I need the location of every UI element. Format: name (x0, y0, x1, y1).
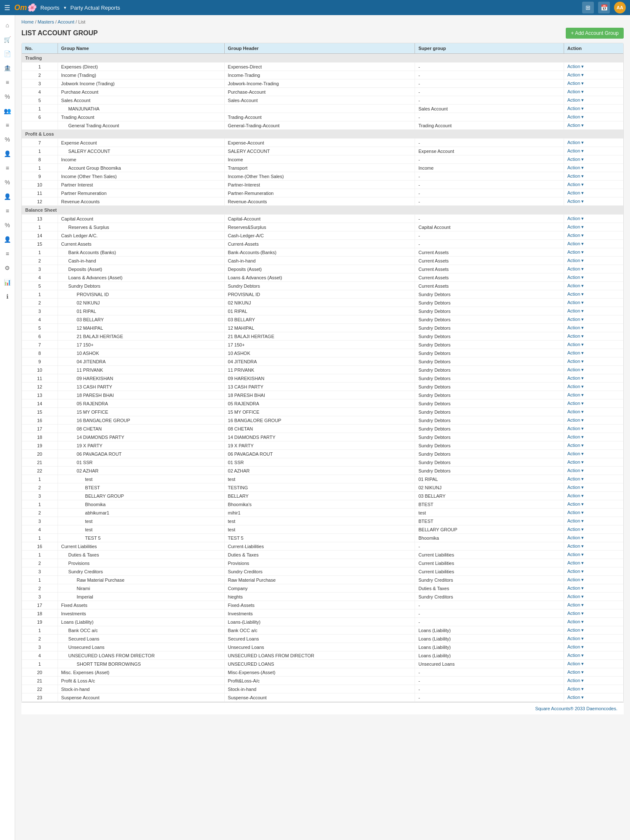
grid-icon-btn[interactable]: ⊞ (582, 2, 594, 13)
action-link[interactable]: Action ▾ (567, 501, 584, 507)
action-link[interactable]: Action ▾ (567, 224, 584, 229)
action-link[interactable]: Action ▾ (567, 283, 584, 288)
action-link[interactable]: Action ▾ (567, 468, 584, 473)
action-link[interactable]: Action ▾ (567, 636, 584, 641)
breadcrumb-account[interactable]: Account (58, 19, 74, 24)
action-link[interactable]: Action ▾ (567, 165, 584, 170)
action-link[interactable]: Action ▾ (567, 72, 584, 77)
action-link[interactable]: Action ▾ (567, 148, 584, 153)
sidebar-item-percent1[interactable]: % (1, 90, 14, 103)
action-link[interactable]: Action ▾ (567, 602, 584, 607)
action-link[interactable]: Action ▾ (567, 182, 584, 187)
sidebar-item-bank[interactable]: 🏦 (1, 62, 14, 74)
sidebar-item-person3[interactable]: 👤 (1, 233, 14, 246)
sidebar-item-percent2[interactable]: % (1, 133, 14, 146)
action-link[interactable]: Action ▾ (567, 560, 584, 565)
action-link[interactable]: Action ▾ (567, 594, 584, 599)
action-link[interactable]: Action ▾ (567, 249, 584, 255)
action-link[interactable]: Action ▾ (567, 258, 584, 263)
action-link[interactable]: Action ▾ (567, 611, 584, 616)
sidebar-item-settings[interactable]: ⚙ (1, 262, 14, 274)
sidebar-item-percent4[interactable]: % (1, 219, 14, 231)
action-link[interactable]: Action ▾ (567, 535, 584, 540)
action-link[interactable]: Action ▾ (567, 392, 584, 397)
action-link[interactable]: Action ▾ (567, 426, 584, 431)
sidebar-item-home[interactable]: ⌂ (1, 19, 14, 32)
action-link[interactable]: Action ▾ (567, 619, 584, 624)
action-link[interactable]: Action ▾ (567, 81, 584, 86)
action-link[interactable]: Action ▾ (567, 216, 584, 221)
breadcrumb-home[interactable]: Home (21, 19, 34, 24)
sidebar-item-chart[interactable]: 📊 (1, 276, 14, 289)
action-link[interactable]: Action ▾ (567, 199, 584, 204)
action-link[interactable]: Action ▾ (567, 359, 584, 364)
sidebar-item-cart[interactable]: 🛒 (1, 33, 14, 46)
breadcrumb-masters[interactable]: Masters (38, 19, 54, 24)
sidebar-item-info[interactable]: ℹ (1, 290, 14, 303)
action-link[interactable]: Action ▾ (567, 543, 584, 549)
sidebar-item-percent3[interactable]: % (1, 176, 14, 189)
sidebar-item-list2[interactable]: ≡ (1, 162, 14, 174)
action-link[interactable]: Action ▾ (567, 241, 584, 246)
action-link[interactable]: Action ▾ (567, 384, 584, 389)
action-link[interactable]: Action ▾ (567, 367, 584, 372)
sidebar-item-list3[interactable]: ≡ (1, 205, 14, 217)
action-link[interactable]: Action ▾ (567, 266, 584, 271)
action-link[interactable]: Action ▾ (567, 695, 584, 700)
sidebar-item-ledger[interactable]: ≡ (1, 76, 14, 89)
action-link[interactable]: Action ▾ (567, 669, 584, 675)
menu-icon[interactable]: ☰ (4, 4, 10, 12)
action-link[interactable]: Action ▾ (567, 106, 584, 111)
action-link[interactable]: Action ▾ (567, 308, 584, 313)
action-link[interactable]: Action ▾ (567, 333, 584, 339)
action-link[interactable]: Action ▾ (567, 443, 584, 448)
sidebar-item-users[interactable]: 👥 (1, 105, 14, 117)
action-link[interactable]: Action ▾ (567, 653, 584, 658)
action-link[interactable]: Action ▾ (567, 493, 584, 498)
action-link[interactable]: Action ▾ (567, 409, 584, 414)
action-link[interactable]: Action ▾ (567, 434, 584, 439)
action-link[interactable]: Action ▾ (567, 350, 584, 355)
sidebar-item-list4[interactable]: ≡ (1, 247, 14, 260)
action-link[interactable]: Action ▾ (567, 89, 584, 94)
action-link[interactable]: Action ▾ (567, 157, 584, 162)
action-link[interactable]: Action ▾ (567, 342, 584, 347)
action-link[interactable]: Action ▾ (567, 644, 584, 649)
action-link[interactable]: Action ▾ (567, 627, 584, 633)
action-link[interactable]: Action ▾ (567, 317, 584, 322)
action-link[interactable]: Action ▾ (567, 686, 584, 691)
action-link[interactable]: Action ▾ (567, 114, 584, 119)
sidebar-item-list1[interactable]: ≡ (1, 119, 14, 131)
action-link[interactable]: Action ▾ (567, 527, 584, 532)
action-link[interactable]: Action ▾ (567, 585, 584, 591)
calendar-icon-btn[interactable]: 📅 (598, 2, 610, 13)
action-link[interactable]: Action ▾ (567, 476, 584, 481)
action-link[interactable]: Action ▾ (567, 173, 584, 178)
action-link[interactable]: Action ▾ (567, 518, 584, 523)
action-link[interactable]: Action ▾ (567, 375, 584, 381)
action-link[interactable]: Action ▾ (567, 97, 584, 102)
action-link[interactable]: Action ▾ (567, 190, 584, 195)
action-link[interactable]: Action ▾ (567, 577, 584, 582)
action-link[interactable]: Action ▾ (567, 233, 584, 238)
action-link[interactable]: Action ▾ (567, 401, 584, 406)
action-link[interactable]: Action ▾ (567, 485, 584, 490)
action-link[interactable]: Action ▾ (567, 661, 584, 666)
action-link[interactable]: Action ▾ (567, 417, 584, 423)
sidebar-item-invoice[interactable]: 📄 (1, 47, 14, 60)
add-account-group-button[interactable]: + Add Account Group (566, 28, 624, 39)
sidebar-item-person2[interactable]: 👤 (1, 190, 14, 203)
sidebar-item-person1[interactable]: 👤 (1, 147, 14, 160)
reports-menu[interactable]: Reports (40, 5, 60, 11)
action-link[interactable]: Action ▾ (567, 325, 584, 330)
action-link[interactable]: Action ▾ (567, 140, 584, 145)
action-link[interactable]: Action ▾ (567, 451, 584, 456)
action-link[interactable]: Action ▾ (567, 459, 584, 465)
action-link[interactable]: Action ▾ (567, 569, 584, 574)
user-avatar[interactable]: AA (614, 2, 626, 13)
action-link[interactable]: Action ▾ (567, 510, 584, 515)
action-link[interactable]: Action ▾ (567, 300, 584, 305)
action-link[interactable]: Action ▾ (567, 552, 584, 557)
action-link[interactable]: Action ▾ (567, 678, 584, 683)
action-link[interactable]: Action ▾ (567, 64, 584, 69)
